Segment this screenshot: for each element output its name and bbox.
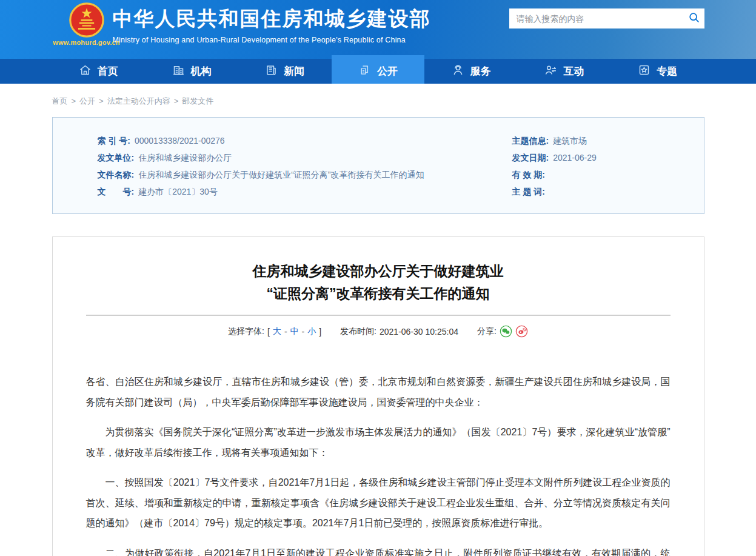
- breadcrumb-item-disclosure[interactable]: 公开: [79, 96, 95, 106]
- home-icon: [79, 64, 92, 79]
- font-bracket-open: [: [267, 327, 270, 337]
- info-label: 有 效 期:: [512, 166, 545, 183]
- info-label: 主题信息:: [512, 132, 549, 149]
- paragraph-item-1: 一、按照国发〔2021〕7号文件要求，自2021年7月1日起，各级住房和城乡建设…: [86, 472, 671, 534]
- nav-item-news[interactable]: 新闻: [238, 59, 332, 84]
- info-row-doc-number: 文 号: 建办市〔2021〕30号: [98, 183, 512, 200]
- article-panel: 住房和城乡建设部办公厅关于做好建筑业 “证照分离”改革衔接有关工作的通知 选择字…: [52, 236, 704, 556]
- font-size-separator: -: [302, 327, 305, 337]
- article-meta-row: 选择字体: [ 大 - 中 - 小 ] 发布时间: 2021-06-30 10:…: [53, 325, 704, 338]
- title-divider: [86, 315, 671, 316]
- paragraph-intro: 为贯彻落实《国务院关于深化“证照分离”改革进一步激发市场主体发展活力的通知》（国…: [86, 422, 671, 463]
- weibo-share-button[interactable]: [515, 325, 528, 338]
- breadcrumb-separator: >: [72, 96, 76, 106]
- publish-time-label: 发布时间:: [340, 326, 376, 337]
- paragraph-addressees: 各省、自治区住房和城乡建设厅，直辖市住房和城乡建设（管）委，北京市规划和自然资源…: [86, 372, 671, 412]
- doc-info-panel: 索 引 号: 000013338/2021-00276 发文单位: 住房和城乡建…: [52, 117, 704, 214]
- info-label: 文 号:: [98, 183, 135, 200]
- paragraph-item-2: 二、为做好政策衔接，自2021年7月1日至新的建设工程企业资质标准实施之日止，附…: [86, 543, 671, 556]
- share-label: 分享:: [477, 326, 497, 337]
- main-nav: 首页 机构 新闻: [0, 59, 756, 84]
- info-row-keywords: 主 题 词:: [512, 183, 704, 200]
- info-value: 2021-06-29: [553, 149, 597, 166]
- info-label: 发文单位:: [98, 149, 135, 166]
- font-size-small-button[interactable]: 小: [307, 326, 316, 337]
- info-label: 索 引 号:: [98, 132, 130, 149]
- publish-time-value: 2021-06-30 10:25:04: [380, 327, 458, 337]
- site-url: www.mohurd.gov.cn: [51, 39, 122, 46]
- breadcrumb-item-statutory[interactable]: 法定主动公开内容: [107, 96, 170, 106]
- search-input[interactable]: [509, 14, 684, 24]
- disclosure-icon: [358, 64, 371, 79]
- national-emblem-icon: [51, 2, 122, 38]
- nav-item-topics[interactable]: 专题: [611, 59, 704, 84]
- breadcrumb-item-home[interactable]: 首页: [52, 96, 68, 106]
- site-title-block: 中华人民共和国住房和城乡建设部 Ministry of Housing and …: [113, 5, 431, 44]
- font-select-label: 选择字体:: [228, 326, 264, 337]
- font-size-separator: -: [284, 327, 287, 337]
- info-row-index-number: 索 引 号: 000013338/2021-00276: [98, 132, 512, 149]
- info-label: 主 题 词:: [512, 183, 545, 200]
- breadcrumb-separator: >: [174, 96, 179, 106]
- site-title-cn: 中华人民共和国住房和城乡建设部: [113, 5, 431, 33]
- info-row-issue-date: 发文日期: 2021-06-29: [512, 149, 704, 166]
- info-label: 发文日期:: [512, 149, 549, 166]
- info-row-doc-name: 文件名称: 住房和城乡建设部办公厅关于做好建筑业“证照分离”改革衔接有关工作的通…: [98, 166, 512, 183]
- site-header: www.mohurd.gov.cn 中华人民共和国住房和城乡建设部 Minist…: [0, 0, 756, 59]
- doc-title-line1: 住房和城乡建设部办公厅关于做好建筑业: [53, 260, 704, 283]
- news-icon: [265, 64, 278, 79]
- info-row-topic-info: 主题信息: 建筑市场: [512, 132, 704, 149]
- organization-icon: [172, 64, 185, 79]
- info-value: 建筑市场: [553, 132, 587, 149]
- logo-block: www.mohurd.gov.cn: [51, 2, 122, 46]
- font-bracket-close: ]: [319, 327, 321, 337]
- service-icon: [452, 64, 464, 79]
- nav-item-interaction[interactable]: 互动: [518, 59, 611, 84]
- doc-title-line2: “证照分离”改革衔接有关工作的通知: [53, 283, 704, 305]
- page: www.mohurd.gov.cn 中华人民共和国住房和城乡建设部 Minist…: [0, 0, 756, 556]
- search-button[interactable]: [684, 8, 704, 28]
- info-value: 000013338/2021-00276: [135, 132, 225, 149]
- info-value: 建办市〔2021〕30号: [138, 183, 218, 200]
- doc-title: 住房和城乡建设部办公厅关于做好建筑业 “证照分离”改革衔接有关工作的通知: [53, 260, 704, 305]
- doc-body: 各省、自治区住房和城乡建设厅，直辖市住房和城乡建设（管）委，北京市规划和自然资源…: [86, 372, 671, 556]
- nav-item-disclosure[interactable]: 公开: [332, 55, 425, 84]
- breadcrumb-separator: >: [99, 96, 104, 106]
- topics-icon: [638, 64, 651, 79]
- font-size-medium-button[interactable]: 中: [290, 326, 299, 337]
- nav-item-services[interactable]: 服务: [424, 59, 518, 84]
- nav-item-home[interactable]: 首页: [52, 59, 146, 84]
- font-size-large-button[interactable]: 大: [273, 326, 281, 337]
- site-title-en: Ministry of Housing and Urban-Rural Deve…: [113, 36, 431, 44]
- search-box: [509, 8, 704, 28]
- nav-item-org[interactable]: 机构: [145, 59, 238, 84]
- info-value: 住房和城乡建设部办公厅: [138, 149, 232, 166]
- info-value: 住房和城乡建设部办公厅关于做好建筑业“证照分离”改革衔接有关工作的通知: [138, 166, 424, 183]
- breadcrumb-item-documents[interactable]: 部发文件: [182, 96, 213, 106]
- wechat-share-button[interactable]: [500, 325, 512, 338]
- info-row-issuing-unit: 发文单位: 住房和城乡建设部办公厅: [98, 149, 512, 166]
- search-icon: [688, 12, 700, 25]
- info-row-validity: 有 效 期:: [512, 166, 704, 183]
- breadcrumb: 首页>公开>法定主动公开内容>部发文件: [52, 96, 704, 107]
- info-label: 文件名称:: [98, 166, 135, 183]
- interaction-icon: [544, 64, 557, 79]
